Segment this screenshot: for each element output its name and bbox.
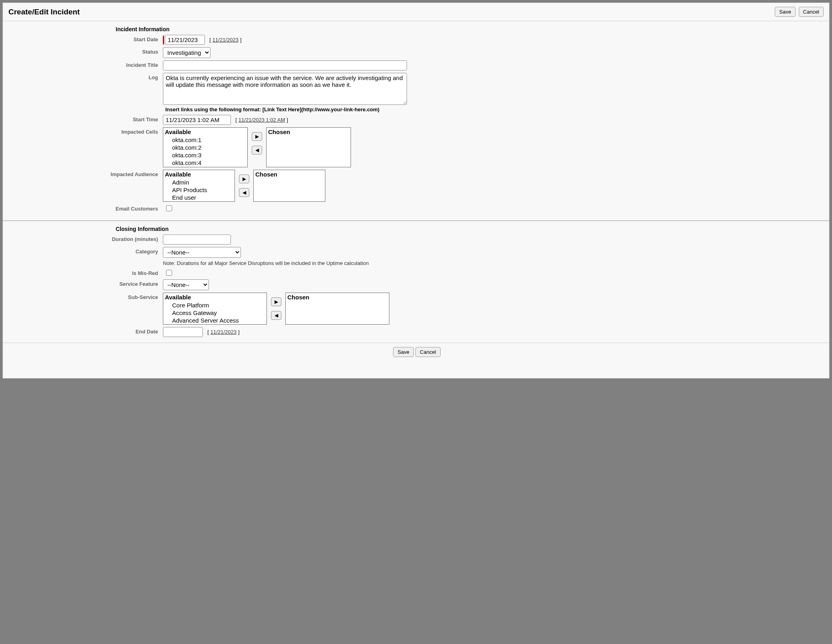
subservice-available-head: Available bbox=[163, 293, 267, 301]
chevron-left-icon: ◀ bbox=[255, 147, 259, 153]
is-mis-red-checkbox[interactable] bbox=[166, 270, 172, 276]
required-marker bbox=[163, 36, 164, 44]
cells-available-head: Available bbox=[163, 128, 247, 136]
log-textarea[interactable] bbox=[163, 73, 407, 105]
cells-move-right-button[interactable]: ▶ bbox=[252, 132, 262, 141]
bracket-close: ] bbox=[238, 329, 240, 335]
chevron-left-icon: ◀ bbox=[275, 313, 278, 318]
list-item[interactable]: okta.com:4 bbox=[163, 159, 247, 167]
cancel-button-bottom[interactable]: Cancel bbox=[415, 347, 440, 357]
subservice-move-left-button[interactable]: ◀ bbox=[271, 311, 281, 320]
cells-chosen-list[interactable]: Chosen bbox=[266, 127, 351, 167]
chevron-left-icon: ◀ bbox=[243, 190, 246, 195]
bottom-button-bar: Save Cancel bbox=[3, 343, 829, 361]
chevron-right-icon: ▶ bbox=[275, 299, 278, 305]
bracket-open: [ bbox=[233, 117, 237, 123]
list-item[interactable]: okta.com:2 bbox=[163, 144, 247, 151]
start-time-now-link[interactable]: 11/21/2023 1:02 AM bbox=[239, 117, 285, 123]
subservice-chosen-list[interactable]: Chosen bbox=[285, 293, 389, 325]
label-email-customers: Email Customers bbox=[3, 204, 163, 212]
chevron-right-icon: ▶ bbox=[255, 134, 259, 139]
list-item[interactable]: Access Gateway bbox=[163, 309, 267, 317]
label-start-date: Start Date bbox=[3, 35, 163, 42]
audience-move-right-button[interactable]: ▶ bbox=[239, 175, 249, 183]
audience-chosen-head: Chosen bbox=[254, 170, 325, 179]
label-start-time: Start Time bbox=[3, 115, 163, 122]
cancel-button[interactable]: Cancel bbox=[799, 7, 824, 17]
audience-available-list[interactable]: Available Admin API Products End user bbox=[163, 170, 235, 202]
list-item[interactable]: End user bbox=[163, 194, 235, 201]
start-date-input[interactable] bbox=[165, 35, 205, 45]
audience-move-left-button[interactable]: ◀ bbox=[239, 188, 249, 197]
incident-title-input[interactable] bbox=[163, 60, 407, 70]
list-item[interactable]: okta.com:3 bbox=[163, 151, 247, 159]
subservice-move-right-button[interactable]: ▶ bbox=[271, 297, 281, 306]
bracket-open: [ bbox=[204, 329, 209, 335]
top-button-bar: Save Cancel bbox=[773, 7, 824, 17]
cells-available-list[interactable]: Available okta.com:1 okta.com:2 okta.com… bbox=[163, 127, 248, 167]
label-category: Category bbox=[3, 247, 163, 255]
label-impacted-cells: Impacted Cells bbox=[3, 127, 163, 135]
service-feature-select[interactable]: --None-- bbox=[163, 279, 209, 290]
label-is-mis-red: Is Mis-Red bbox=[3, 269, 163, 276]
label-impacted-audience: Impacted Audience bbox=[3, 170, 163, 177]
list-item[interactable]: Core Platform bbox=[163, 301, 267, 309]
audience-chosen-list[interactable]: Chosen bbox=[253, 170, 325, 202]
label-incident-title: Incident Title bbox=[3, 60, 163, 68]
subservice-available-list[interactable]: Available Core Platform Access Gateway A… bbox=[163, 293, 267, 325]
list-item[interactable]: API Products bbox=[163, 186, 235, 194]
chevron-right-icon: ▶ bbox=[243, 176, 246, 182]
end-date-input[interactable] bbox=[163, 327, 203, 337]
cells-move-left-button[interactable]: ◀ bbox=[252, 146, 262, 154]
topbar: Create/Edit Incident Save Cancel bbox=[3, 3, 829, 21]
subservice-chosen-head: Chosen bbox=[286, 293, 389, 301]
duration-input[interactable] bbox=[163, 235, 231, 245]
label-end-date: End Date bbox=[3, 327, 163, 335]
end-date-today-link[interactable]: 11/21/2023 bbox=[211, 329, 237, 335]
incident-section: Incident Information Start Date [ 11/21/… bbox=[3, 21, 829, 218]
bracket-open: [ bbox=[206, 37, 211, 43]
page-title: Create/Edit Incident bbox=[8, 8, 80, 16]
list-item[interactable]: okta.com:1 bbox=[163, 136, 247, 144]
incident-section-title: Incident Information bbox=[116, 26, 829, 32]
save-button-bottom[interactable]: Save bbox=[393, 347, 414, 357]
label-status: Status bbox=[3, 47, 163, 55]
audience-available-head: Available bbox=[163, 170, 235, 179]
page: Create/Edit Incident Save Cancel Inciden… bbox=[2, 2, 830, 379]
status-select[interactable]: Investigating bbox=[163, 47, 211, 58]
start-time-input[interactable] bbox=[163, 115, 231, 125]
category-note: Note: Durations for all Major Service Di… bbox=[163, 260, 369, 266]
list-item[interactable]: Advanced Server Access bbox=[163, 317, 267, 324]
label-service-feature: Service Feature bbox=[3, 279, 163, 287]
start-date-today-link[interactable]: 11/21/2023 bbox=[213, 37, 239, 43]
save-button[interactable]: Save bbox=[775, 7, 796, 17]
closing-section: Closing Information Duration (minutes) C… bbox=[3, 221, 829, 343]
email-customers-checkbox[interactable] bbox=[166, 205, 172, 211]
label-sub-service: Sub-Service bbox=[3, 293, 163, 300]
label-duration: Duration (minutes) bbox=[3, 235, 163, 242]
bracket-close: ] bbox=[240, 37, 242, 43]
category-select[interactable]: --None-- bbox=[163, 247, 241, 258]
cells-chosen-head: Chosen bbox=[267, 128, 351, 136]
bracket-close: ] bbox=[287, 117, 288, 123]
log-hint: Insert links using the following format:… bbox=[165, 106, 379, 112]
closing-section-title: Closing Information bbox=[116, 226, 829, 232]
list-item[interactable]: Admin bbox=[163, 179, 235, 186]
label-log: Log bbox=[3, 73, 163, 80]
